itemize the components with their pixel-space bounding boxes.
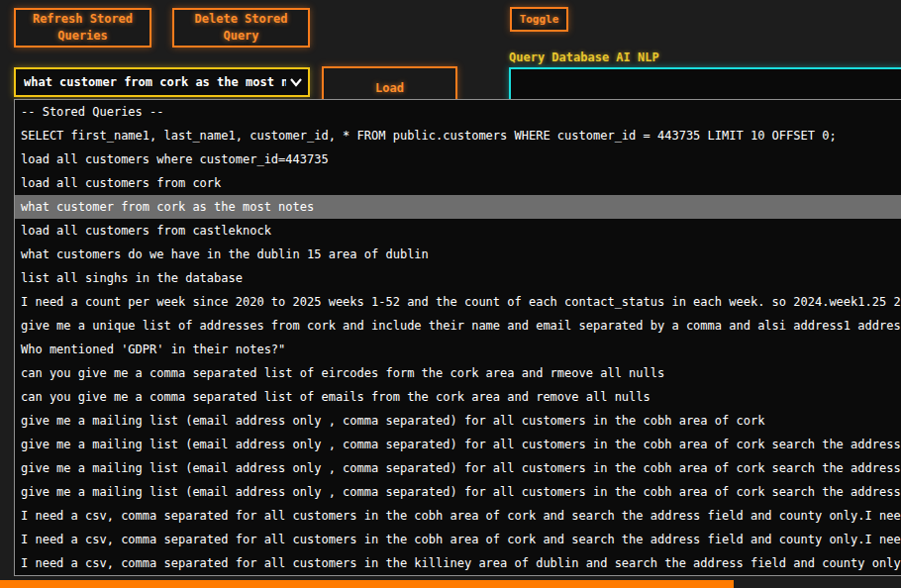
nlp-query-label: Query Database AI NLP xyxy=(509,50,659,64)
delete-stored-query-button[interactable]: Delete Stored Query xyxy=(172,8,310,48)
stored-queries-selected-value: what customer from cork as the most note… xyxy=(24,75,286,89)
dropdown-option[interactable]: I need a csv, comma separated for all cu… xyxy=(15,528,901,551)
stored-queries-select[interactable]: what customer from cork as the most note… xyxy=(14,67,310,97)
dropdown-option[interactable]: give me a mailing list (email address on… xyxy=(15,433,901,456)
dropdown-option[interactable]: I need a csv, comma separated for all cu… xyxy=(15,504,901,528)
dropdown-option[interactable]: can you give me a comma separated list o… xyxy=(15,385,901,409)
dropdown-option[interactable]: give me a mailing list (email address on… xyxy=(15,456,901,480)
refresh-stored-queries-button[interactable]: Refresh Stored Queries xyxy=(14,8,151,48)
chevron-down-icon xyxy=(290,77,302,87)
dropdown-option[interactable]: Who mentioned 'GDPR' in their notes?" xyxy=(15,338,901,361)
dropdown-option[interactable]: give me a mailing list (email address on… xyxy=(15,409,901,433)
dropdown-option[interactable]: load all customers from cork xyxy=(15,171,901,195)
dropdown-option[interactable]: give me a mailing list (email address on… xyxy=(15,480,901,504)
dropdown-option[interactable]: I need a count per week since 2020 to 20… xyxy=(15,290,901,314)
dropdown-option[interactable]: list all singhs in the database xyxy=(15,266,901,290)
dropdown-option-selected[interactable]: what customer from cork as the most note… xyxy=(15,195,901,219)
dropdown-option[interactable]: -- Stored Queries -- xyxy=(15,100,901,124)
dropdown-option[interactable]: can you give me a comma separated list o… xyxy=(15,361,901,385)
dropdown-option[interactable]: load all customers from castleknock xyxy=(15,219,901,243)
dropdown-option[interactable]: what customers do we have in the dublin … xyxy=(15,243,901,266)
dropdown-option[interactable]: I need a csv, comma separated for all cu… xyxy=(15,551,901,575)
progress-bar xyxy=(0,580,734,588)
dropdown-option[interactable]: SELECT first_name1, last_name1, customer… xyxy=(15,124,901,147)
dropdown-option[interactable]: load all customers where customer_id=443… xyxy=(15,147,901,171)
toggle-button[interactable]: Toggle xyxy=(510,7,568,32)
stored-queries-list: -- Stored Queries --SELECT first_name1, … xyxy=(14,99,901,576)
dropdown-option[interactable]: give me a unique list of addresses from … xyxy=(15,314,901,338)
